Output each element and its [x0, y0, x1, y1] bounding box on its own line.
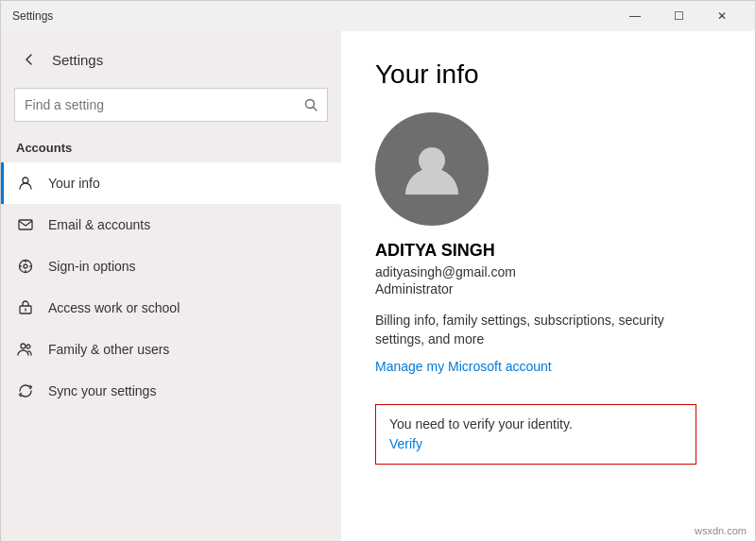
verify-text: You need to verify your identity.: [389, 416, 682, 432]
svg-line-1: [314, 108, 318, 111]
svg-point-2: [23, 178, 28, 183]
avatar-icon: [399, 136, 465, 202]
search-box[interactable]: [14, 88, 328, 122]
manage-account-link[interactable]: Manage my Microsoft account: [375, 359, 552, 374]
sidebar-item-sync[interactable]: Sync your settings: [1, 370, 341, 412]
search-input[interactable]: [25, 97, 304, 112]
sidebar-item-label-your-info: Your info: [48, 176, 100, 191]
section-title: Accounts: [1, 135, 341, 162]
user-email: adityasingh@gmail.com: [375, 264, 721, 279]
title-bar-controls: — ☐ ✕: [613, 1, 744, 31]
svg-point-5: [24, 264, 27, 268]
page-title: Your info: [375, 59, 721, 90]
title-bar-title: Settings: [12, 9, 613, 23]
sidebar-item-label-email: Email & accounts: [48, 217, 150, 232]
search-icon: [304, 98, 318, 111]
family-icon: [16, 340, 35, 359]
title-bar: Settings — ☐ ✕: [1, 1, 755, 31]
sidebar-header: Settings: [1, 31, 341, 80]
access-work-icon: [16, 298, 35, 317]
sidebar-item-family[interactable]: Family & other users: [1, 329, 341, 370]
verify-box: You need to verify your identity. Verify: [375, 404, 696, 465]
watermark: wsxdn.com: [695, 525, 747, 536]
verify-link[interactable]: Verify: [389, 436, 422, 451]
svg-point-12: [21, 344, 26, 348]
sync-icon: [16, 381, 35, 400]
avatar: [375, 112, 489, 226]
billing-info: Billing info, family settings, subscript…: [375, 312, 715, 348]
user-role: Administrator: [375, 281, 721, 296]
your-info-icon: [16, 174, 35, 193]
sidebar-item-label-family: Family & other users: [48, 342, 169, 357]
sidebar: Settings Accounts: [1, 31, 341, 541]
sign-in-icon: [16, 257, 35, 276]
sidebar-item-sign-in[interactable]: Sign-in options: [1, 246, 341, 287]
sidebar-item-label-signin: Sign-in options: [48, 259, 136, 274]
settings-window: Settings — ☐ ✕ Settings: [0, 0, 756, 542]
sidebar-item-email-accounts[interactable]: Email & accounts: [1, 204, 341, 246]
sidebar-item-access-work[interactable]: Access work or school: [1, 287, 341, 329]
main-content: Settings Accounts: [1, 31, 755, 541]
minimize-button[interactable]: —: [613, 1, 657, 31]
sidebar-item-your-info[interactable]: Your info: [1, 162, 341, 204]
sidebar-app-title: Settings: [52, 52, 103, 68]
svg-rect-3: [19, 220, 32, 229]
back-button[interactable]: [16, 46, 43, 73]
svg-point-13: [26, 345, 30, 348]
sidebar-item-label-work: Access work or school: [48, 300, 180, 315]
sidebar-item-label-sync: Sync your settings: [48, 383, 156, 398]
user-name: ADITYA SINGH: [375, 241, 721, 261]
email-icon: [16, 215, 35, 234]
maximize-button[interactable]: ☐: [657, 1, 700, 31]
main-panel: Your info ADITYA SINGH adityasingh@gmail…: [341, 31, 755, 541]
close-button[interactable]: ✕: [700, 1, 744, 31]
